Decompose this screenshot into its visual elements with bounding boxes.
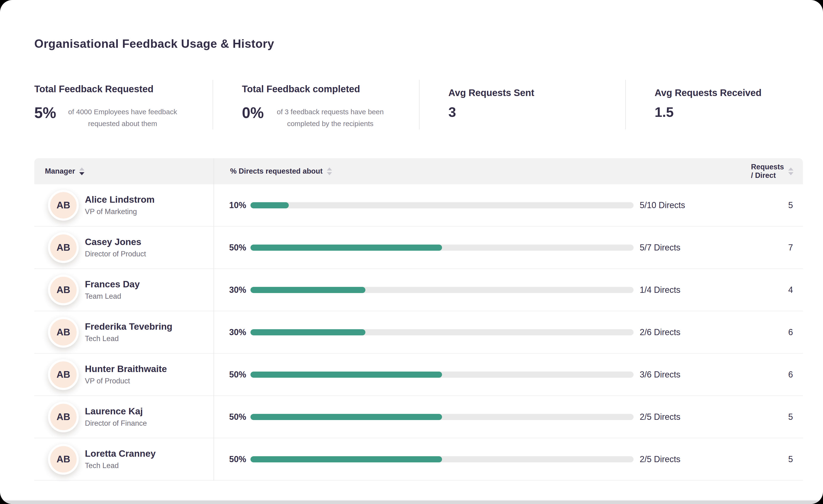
manager-role: VP of Product xyxy=(85,377,167,385)
stat-label: Avg Requests Sent xyxy=(448,88,625,98)
managers-table: Manager % Directs requested about Reques… xyxy=(34,158,803,481)
table-row: AB Frederika Tevebring Tech Lead 30% 2/6… xyxy=(34,311,803,354)
table-row: AB Frances Day Team Lead 30% 1/4 Directs… xyxy=(34,269,803,311)
manager-name: Loretta Cranney xyxy=(85,449,156,459)
requests-per-direct-value: 7 xyxy=(758,243,803,253)
progress-bar-track xyxy=(251,202,634,208)
progress-bar-fill xyxy=(251,414,442,420)
manager-role: Tech Lead xyxy=(85,462,156,470)
progress-bar-fill xyxy=(251,371,442,378)
manager-name: Frederika Tevebring xyxy=(85,321,172,332)
requests-per-direct-value: 4 xyxy=(758,285,803,295)
manager-identity: Laurence Kaj Director of Finance xyxy=(85,406,147,428)
requests-per-direct-value: 5 xyxy=(758,454,803,464)
percent-label: 10% xyxy=(213,200,246,210)
manager-name: Frances Day xyxy=(85,279,140,290)
column-header-label: Requests / Direct xyxy=(751,163,784,180)
manager-role: Director of Product xyxy=(85,250,146,258)
manager-cell: AB Casey Jones Director of Product xyxy=(34,232,213,263)
stat-avg-requests-sent: Avg Requests Sent 3 xyxy=(419,80,625,129)
column-header-directs-requested[interactable]: % Directs requested about xyxy=(213,167,758,175)
table-row: AB Casey Jones Director of Product 50% 5… xyxy=(34,226,803,269)
sort-icon xyxy=(79,167,85,175)
table-row: AB Hunter Braithwaite VP of Product 50% … xyxy=(34,354,803,396)
stat-value: 1.5 xyxy=(655,105,803,119)
stats-row: Total Feedback Requested 5% of 4000 Empl… xyxy=(34,80,803,129)
manager-cell: AB Laurence Kaj Director of Finance xyxy=(34,401,213,432)
manager-role: Director of Finance xyxy=(85,419,147,428)
stat-value: 5% xyxy=(34,105,56,121)
progress-bar-track xyxy=(251,371,634,378)
manager-cell: AB Frances Day Team Lead xyxy=(34,275,213,305)
column-header-label: Manager xyxy=(45,167,75,175)
progress-bar-fill xyxy=(251,202,289,208)
manager-cell: AB Loretta Cranney Tech Lead xyxy=(34,444,213,475)
manager-cell: AB Frederika Tevebring Tech Lead xyxy=(34,317,213,348)
progress-bar-track xyxy=(251,287,634,293)
percent-label: 50% xyxy=(213,412,246,422)
directs-count-label: 2/5 Directs xyxy=(640,454,758,464)
stat-value: 0% xyxy=(242,105,264,121)
percent-label: 30% xyxy=(213,285,246,295)
directs-requested-cell: 50% 2/5 Directs xyxy=(213,412,758,422)
progress-bar-fill xyxy=(251,456,442,462)
column-header-manager[interactable]: Manager xyxy=(34,167,213,175)
directs-requested-cell: 50% 5/7 Directs xyxy=(213,243,758,253)
progress-bar-track xyxy=(251,329,634,335)
progress-bar-track xyxy=(251,414,634,420)
manager-role: Tech Lead xyxy=(85,334,172,343)
stat-avg-requests-received: Avg Requests Received 1.5 xyxy=(625,80,803,129)
avatar: AB xyxy=(48,190,79,221)
manager-cell: AB Hunter Braithwaite VP of Product xyxy=(34,359,213,390)
stat-label: Total Feedback completed xyxy=(242,84,419,95)
requests-per-direct-value: 5 xyxy=(758,412,803,422)
manager-identity: Frederika Tevebring Tech Lead xyxy=(85,321,172,343)
progress-bar-fill xyxy=(251,244,442,251)
percent-label: 50% xyxy=(213,243,246,253)
stat-total-feedback-requested: Total Feedback Requested 5% of 4000 Empl… xyxy=(34,80,213,129)
directs-requested-cell: 50% 3/6 Directs xyxy=(213,370,758,380)
sort-icon xyxy=(788,167,793,175)
manager-identity: Alice Lindstrom VP of Marketing xyxy=(85,194,155,216)
column-header-requests-per-direct[interactable]: Requests / Direct xyxy=(758,163,803,180)
stat-label: Total Feedback Requested xyxy=(34,84,213,95)
stat-label: Avg Requests Received xyxy=(655,88,803,98)
directs-count-label: 3/6 Directs xyxy=(640,370,758,380)
requests-per-direct-value: 6 xyxy=(758,327,803,337)
window-bottom-edge xyxy=(0,500,823,504)
progress-bar-fill xyxy=(251,329,365,335)
directs-requested-cell: 30% 1/4 Directs xyxy=(213,285,758,295)
stat-total-feedback-completed: Total Feedback completed 0% of 3 feedbac… xyxy=(213,80,419,129)
directs-requested-cell: 50% 2/5 Directs xyxy=(213,454,758,464)
manager-name: Hunter Braithwaite xyxy=(85,364,167,374)
manager-name: Alice Lindstrom xyxy=(85,194,155,205)
dashboard-card: Organisational Feedback Usage & History … xyxy=(0,0,823,504)
avatar: AB xyxy=(48,444,79,475)
table-header: Manager % Directs requested about Reques… xyxy=(34,158,803,184)
manager-identity: Frances Day Team Lead xyxy=(85,279,140,301)
requests-per-direct-value: 5 xyxy=(758,200,803,210)
directs-count-label: 1/4 Directs xyxy=(640,285,758,295)
table-body: AB Alice Lindstrom VP of Marketing 10% 5… xyxy=(34,184,803,481)
progress-bar-track xyxy=(251,244,634,251)
manager-name: Casey Jones xyxy=(85,237,146,247)
manager-cell: AB Alice Lindstrom VP of Marketing xyxy=(34,190,213,221)
stat-description: of 3 feedback requests have been complet… xyxy=(270,106,391,129)
column-divider xyxy=(213,158,214,481)
percent-label: 30% xyxy=(213,327,246,337)
stat-description: of 4000 Employees have feedback requeste… xyxy=(62,106,183,129)
directs-count-label: 2/5 Directs xyxy=(640,412,758,422)
manager-name: Laurence Kaj xyxy=(85,406,147,417)
stat-value: 3 xyxy=(448,105,625,119)
page-title: Organisational Feedback Usage & History xyxy=(34,0,803,51)
percent-label: 50% xyxy=(213,454,246,464)
avatar: AB xyxy=(48,232,79,263)
progress-bar-track xyxy=(251,456,634,462)
requests-per-direct-value: 6 xyxy=(758,370,803,380)
manager-identity: Hunter Braithwaite VP of Product xyxy=(85,364,167,385)
avatar: AB xyxy=(48,359,79,390)
table-row: AB Alice Lindstrom VP of Marketing 10% 5… xyxy=(34,184,803,226)
sort-icon xyxy=(327,167,332,175)
column-header-label: % Directs requested about xyxy=(230,167,323,175)
directs-count-label: 2/6 Directs xyxy=(640,327,758,337)
